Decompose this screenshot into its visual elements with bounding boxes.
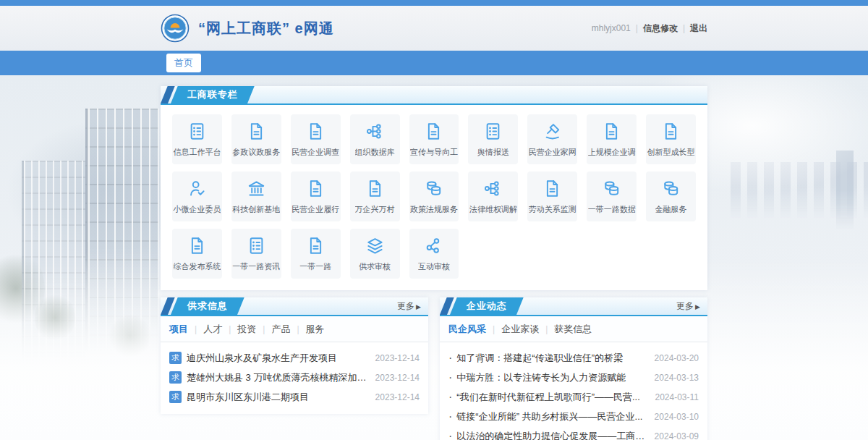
special-column-item[interactable]: 劳动关系监测 — [527, 172, 577, 221]
special-column-item-label: 法律维权调解... — [469, 204, 517, 215]
enterprise-news-row[interactable]: ·知了背调：搭建起“传递职业信任”的桥梁2024-03-20 — [448, 348, 699, 368]
tab-supply_demand-0[interactable]: 项目 — [169, 323, 188, 336]
doc-icon — [187, 235, 208, 256]
special-column-item[interactable]: 一带一路资讯库 — [231, 229, 281, 279]
special-column-item-label: 供求审核 — [359, 261, 391, 272]
enterprise-news-row[interactable]: ·以法治的确定性助力提信心促发展——工商联...2024-03-09 — [448, 426, 699, 440]
special-column-item[interactable]: 一带一路数据库 — [587, 172, 637, 221]
special-column-item[interactable]: 科技创新基地 — [231, 172, 281, 221]
special-column-item[interactable]: 民营企业家网... — [527, 114, 577, 164]
separator: | — [683, 23, 685, 33]
tab-supply_demand-1[interactable]: 人才 — [203, 323, 222, 336]
special-column-item-label: 宣传与导向工... — [410, 147, 458, 158]
doc-icon — [305, 121, 326, 142]
nav-home-button[interactable]: 首页 — [166, 54, 201, 72]
doc-icon — [305, 235, 326, 256]
bullet-icon: · — [448, 391, 452, 404]
tab-separator: | — [195, 324, 197, 334]
supply-demand-header: 供求信息 更多▶ — [161, 297, 428, 316]
special-column-item[interactable]: 金融服务 — [646, 172, 696, 221]
tab-enterprise_news-2[interactable]: 获奖信息 — [554, 323, 592, 336]
enterprise-news-header: 企业动态 更多▶ — [440, 297, 707, 316]
special-column-item[interactable]: 参政议政服务 — [231, 114, 281, 164]
tab-supply_demand-2[interactable]: 投资 — [237, 323, 256, 336]
modify-info-link[interactable]: 信息修改 — [643, 22, 678, 35]
tab-separator: | — [545, 324, 548, 334]
bank-icon — [246, 178, 267, 199]
row-date: 2024-03-09 — [655, 431, 699, 440]
tab-enterprise_news-0[interactable]: 民企风采 — [448, 323, 486, 336]
row-date: 2024-03-20 — [655, 353, 699, 363]
special-column-item-label: 万企兴万村 — [355, 204, 395, 215]
tab-enterprise_news-1[interactable]: 企业家谈 — [501, 323, 539, 336]
special-column-item[interactable]: 组织数据库 — [350, 114, 400, 164]
bullet-icon: · — [448, 430, 452, 440]
database-icon — [660, 178, 681, 199]
special-column-item[interactable]: 信息工作平台 — [172, 114, 222, 164]
special-column-item[interactable]: 一带一路 — [291, 229, 341, 279]
special-column-item[interactable]: 供求审核 — [350, 229, 400, 279]
special-column-item[interactable]: 法律维权调解... — [468, 172, 518, 221]
special-column-item[interactable]: 万企兴万村 — [350, 172, 400, 221]
row-date: 2024-03-10 — [655, 412, 699, 422]
database-icon — [423, 178, 444, 199]
supply-demand-tabs: 项目|人才|投资|产品|服务 — [161, 316, 428, 342]
tab-separator: | — [493, 324, 495, 334]
demand-badge: 求 — [169, 352, 182, 364]
special-column-item[interactable]: 民营企业调查 — [291, 114, 341, 164]
row-date: 2024-03-11 — [655, 392, 699, 402]
special-column-item[interactable]: 上规模企业调查 — [587, 114, 637, 164]
special-column-item[interactable]: 舆情报送 — [468, 114, 518, 164]
special-column-item[interactable]: 宣传与导向工... — [409, 114, 459, 164]
database-icon — [601, 178, 622, 199]
supply-demand-title-tab: 供求信息 — [171, 297, 244, 315]
enterprise-news-row[interactable]: ·链接“企业所能” 共助乡村振兴——民营企业...2024-03-10 — [448, 407, 699, 426]
special-column-item[interactable]: 综合发布系统 — [172, 229, 222, 279]
special-column-item-label: 民营企业家网... — [529, 147, 576, 158]
enterprise-news-row[interactable]: ·中瑞方胜：以专注铸专长为人力资源赋能2024-03-13 — [448, 368, 699, 387]
special-column-item-label: 一带一路 — [299, 261, 331, 272]
bullet-icon: · — [448, 352, 452, 365]
doc-icon — [365, 178, 386, 199]
special-column-item[interactable]: 政策法规服务... — [409, 172, 459, 221]
special-column-item-label: 舆情报送 — [477, 147, 509, 158]
doc-list-icon — [246, 235, 267, 256]
site-logo-icon — [161, 14, 190, 43]
special-column-title: 工商联专栏 — [187, 88, 238, 101]
tab-separator: | — [297, 324, 299, 334]
doc-icon — [423, 121, 444, 142]
tab-supply_demand-4[interactable]: 服务 — [306, 323, 325, 336]
doc-list-icon — [187, 121, 208, 142]
special-column-item[interactable]: 互动审核 — [409, 229, 459, 279]
bullet-icon: · — [448, 371, 452, 384]
special-column-item-label: 劳动关系监测 — [529, 204, 576, 215]
supply-demand-panel: 供求信息 更多▶ 项目|人才|投资|产品|服务 求迪庆州山泉水及矿泉水生产开发项… — [161, 297, 428, 414]
supply-demand-more-link[interactable]: 更多▶ — [397, 300, 428, 313]
doc-list-icon — [482, 121, 503, 142]
enterprise-news-row[interactable]: ·“我们在新时代新征程上凯歌而行”——民营...2024-03-11 — [448, 387, 699, 407]
row-title: 楚雄州大姚县 3 万吨优质薄壳核桃精深加工及科... — [187, 371, 368, 384]
special-column-item-label: 互动审核 — [418, 261, 450, 272]
logout-link[interactable]: 退出 — [690, 22, 707, 35]
special-column-item-label: 上规模企业调查 — [588, 147, 636, 158]
supply-demand-row[interactable]: 求迪庆州山泉水及矿泉水生产开发项目2023-12-14 — [169, 348, 420, 368]
more-arrow-icon: ▶ — [416, 303, 421, 310]
special-column-item-label: 参政议政服务 — [232, 147, 280, 158]
enterprise-news-list: ·知了背调：搭建起“传递职业信任”的桥梁2024-03-20·中瑞方胜：以专注铸… — [440, 342, 707, 440]
enterprise-news-tabs: 民企风采|企业家谈|获奖信息 — [440, 316, 707, 342]
special-column-header: 工商联专栏 — [161, 86, 707, 105]
tab-separator: | — [263, 324, 265, 334]
more-arrow-icon: ▶ — [695, 303, 700, 310]
supply-demand-row[interactable]: 求楚雄州大姚县 3 万吨优质薄壳核桃精深加工及科...2023-12-14 — [169, 368, 420, 387]
supply-demand-row[interactable]: 求昆明市东川区东川港二期项目2023-12-14 — [169, 387, 420, 407]
special-column-item[interactable]: 民营企业履行... — [291, 172, 341, 221]
tab-supply_demand-3[interactable]: 产品 — [271, 323, 290, 336]
enterprise-news-more-link[interactable]: 更多▶ — [676, 300, 707, 313]
special-column-item-label: 创新型成长型... — [647, 147, 695, 158]
username: mhlyjx001 — [592, 23, 631, 33]
special-column-item-label: 科技创新基地 — [232, 204, 280, 215]
special-column-item[interactable]: 小微企业委员... — [172, 172, 222, 221]
top-accent-strip — [0, 0, 868, 6]
doc-icon — [246, 121, 267, 142]
special-column-item[interactable]: 创新型成长型... — [646, 114, 696, 164]
